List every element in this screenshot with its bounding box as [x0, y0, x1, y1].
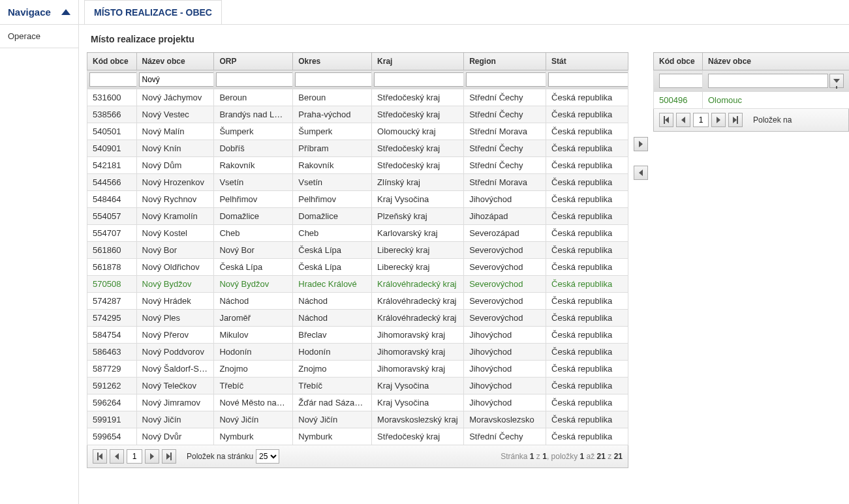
- col-header-kraj[interactable]: Kraj: [372, 53, 464, 70]
- pager-first[interactable]: [93, 449, 107, 464]
- cell-region: Severovýchod: [464, 310, 546, 327]
- pager2-prev[interactable]: [676, 113, 690, 127]
- cell-stat: Česká republika: [546, 89, 628, 106]
- filter2-kod[interactable]: [659, 74, 703, 88]
- cell-orp: Nový Bor: [214, 242, 293, 259]
- filter2-nazev[interactable]: [708, 74, 828, 88]
- table-row[interactable]: 574295Nový PlesJaroměřNáchodKrálovéhrade…: [87, 310, 628, 327]
- col-header-nazev[interactable]: Název obce: [136, 53, 214, 70]
- filter-kod[interactable]: [89, 72, 136, 87]
- table-row[interactable]: 599654Nový DvůrNymburkNymburkStředočeský…: [87, 428, 628, 445]
- horizontal-scrollbar[interactable]: [87, 471, 779, 481]
- table-row[interactable]: 584754Nový PřerovMikulovBřeclavJihomorav…: [87, 327, 628, 344]
- tab-misto-realizace[interactable]: MÍSTO REALIZACE - OBEC: [84, 0, 222, 24]
- cell-region: Střední Čechy: [464, 428, 546, 445]
- pager-prev[interactable]: [110, 449, 124, 464]
- table-row[interactable]: 531600Nový JáchymovBerounBerounStředočes…: [87, 89, 628, 106]
- table-row[interactable]: 587729Nový Šaldorf-Sed...ZnojmoZnojmoJih…: [87, 361, 628, 378]
- chevron-up-icon: [61, 9, 70, 15]
- cell-nazev: Nový Jáchymov: [136, 89, 214, 106]
- main: MÍSTO REALIZACE - OBEC Místo realizace p…: [79, 0, 849, 504]
- cell-nazev: Nový Kostel: [136, 225, 214, 242]
- col-header-stat[interactable]: Stát: [546, 53, 628, 70]
- table-row[interactable]: 561860Nový BorNový BorČeská LípaLibereck…: [87, 242, 628, 259]
- filter-orp[interactable]: [216, 72, 292, 87]
- sidebar-item-operace[interactable]: Operace: [0, 25, 78, 48]
- cell-okres: Cheb: [293, 225, 372, 242]
- table-row[interactable]: 599191Nový JičínNový JičínNový JičínMora…: [87, 411, 628, 428]
- pager2-last[interactable]: [728, 113, 743, 127]
- cell-kraj: Moravskoslezský kraj: [372, 411, 464, 428]
- cell-nazev: Nový Knín: [136, 140, 214, 157]
- table-row[interactable]: 544566Nový HrozenkovVsetínVsetínZlínský …: [87, 174, 628, 191]
- col-header-kod[interactable]: Kód obce: [87, 53, 137, 70]
- table-row[interactable]: 586463Nový PoddvorovHodonínHodonínJihomo…: [87, 344, 628, 361]
- pager-next[interactable]: [145, 449, 159, 464]
- panel-title: Místo realizace projektu: [79, 25, 849, 52]
- cell-okres: Praha-východ: [293, 106, 372, 123]
- cell-kraj: Liberecký kraj: [372, 259, 464, 276]
- table-row[interactable]: 596264Nový JimramovNové Město na M...Žďá…: [87, 394, 628, 411]
- pager2-next[interactable]: [711, 113, 726, 127]
- cell-stat: Česká republika: [546, 140, 628, 157]
- cell-stat: Česká republika: [546, 225, 628, 242]
- filter-nazev[interactable]: [139, 72, 214, 87]
- cell-kod: 561860: [87, 242, 137, 259]
- cell-kraj: Liberecký kraj: [372, 242, 464, 259]
- cell-kraj: Olomoucký kraj: [372, 123, 464, 140]
- move-left-button[interactable]: [634, 166, 648, 180]
- cell-kraj: Královéhradecký kraj: [372, 276, 464, 293]
- cell-okres: Příbram: [293, 140, 372, 157]
- cell-kod: 500496: [654, 92, 703, 109]
- cell-orp: Náchod: [214, 293, 293, 310]
- cell-okres: Vsetín: [293, 174, 372, 191]
- filter-stat[interactable]: [548, 72, 628, 87]
- cell-kraj: Kraj Vysočina: [372, 191, 464, 208]
- filter-kraj[interactable]: [374, 72, 464, 87]
- pager-page-size[interactable]: 25: [256, 449, 279, 464]
- table-row[interactable]: 570508Nový BydžovNový BydžovHradec Králo…: [87, 276, 628, 293]
- pager2-first[interactable]: [659, 113, 673, 127]
- selected-grid: Kód obce Název obce 500496Olomouc: [653, 52, 849, 132]
- cell-region: Jihozápad: [464, 208, 546, 225]
- cell-region: Jihovýchod: [464, 378, 546, 394]
- table-row[interactable]: 561878Nový OldřichovČeská LípaČeská Lípa…: [87, 259, 628, 276]
- table-row[interactable]: 538566Nový VestecBrandýs nad Lab...Praha…: [87, 106, 628, 123]
- table-row[interactable]: 542181Nový DůmRakovníkRakovníkStředočesk…: [87, 157, 628, 174]
- pager-info: Stránka 1 z 1, položky 1 až 21 z 21: [501, 452, 623, 461]
- cell-kod: 540901: [87, 140, 137, 157]
- filter-okres[interactable]: [295, 72, 371, 87]
- col-header-okres[interactable]: Okres: [293, 53, 372, 70]
- cell-orp: Nové Město na M...: [214, 394, 293, 411]
- cell-nazev: Nový Přerov: [136, 327, 214, 344]
- cell-kod: 587729: [87, 361, 137, 378]
- table-row[interactable]: 548464Nový RychnovPelhřimovPelhřimovKraj…: [87, 191, 628, 208]
- cell-stat: Česká republika: [546, 344, 628, 361]
- col-header-orp[interactable]: ORP: [214, 53, 293, 70]
- filter-region[interactable]: [466, 72, 546, 87]
- table-row[interactable]: 500496Olomouc: [654, 92, 850, 109]
- pager-page-input[interactable]: [127, 449, 142, 464]
- nav-toggle[interactable]: Navigace: [0, 0, 78, 25]
- cell-kraj: Plzeňský kraj: [372, 208, 464, 225]
- col-header-region[interactable]: Region: [464, 53, 546, 70]
- pager-last[interactable]: [162, 449, 176, 464]
- table-row[interactable]: 540501Nový MalínŠumperkŠumperkOlomoucký …: [87, 123, 628, 140]
- filter2-btn-nazev[interactable]: [829, 74, 844, 88]
- table-row[interactable]: 540901Nový KnínDobříšPříbramStředočeský …: [87, 140, 628, 157]
- table-row[interactable]: 574287Nový HrádekNáchodNáchodKrálovéhrad…: [87, 293, 628, 310]
- pager2-page-input[interactable]: [693, 113, 709, 127]
- table-row[interactable]: 554057Nový KramolínDomažliceDomažlicePlz…: [87, 208, 628, 225]
- pager2: Položek na: [653, 109, 849, 132]
- col2-header-nazev[interactable]: Název obce: [703, 53, 850, 70]
- cell-okres: Nový Jičín: [293, 411, 372, 428]
- table-row[interactable]: 591262Nový TelečkovTřebíčTřebíčKraj Vyso…: [87, 378, 628, 394]
- cell-stat: Česká republika: [546, 361, 628, 378]
- table-row[interactable]: 554707Nový KostelChebChebKarlovarský kra…: [87, 225, 628, 242]
- cell-nazev: Nový Kramolín: [136, 208, 214, 225]
- move-right-button[interactable]: [634, 137, 648, 151]
- col2-header-kod[interactable]: Kód obce: [654, 53, 703, 70]
- cell-nazev: Nový Rychnov: [136, 191, 214, 208]
- cell-orp: Nový Bydžov: [214, 276, 293, 293]
- cell-kod: 561878: [87, 259, 137, 276]
